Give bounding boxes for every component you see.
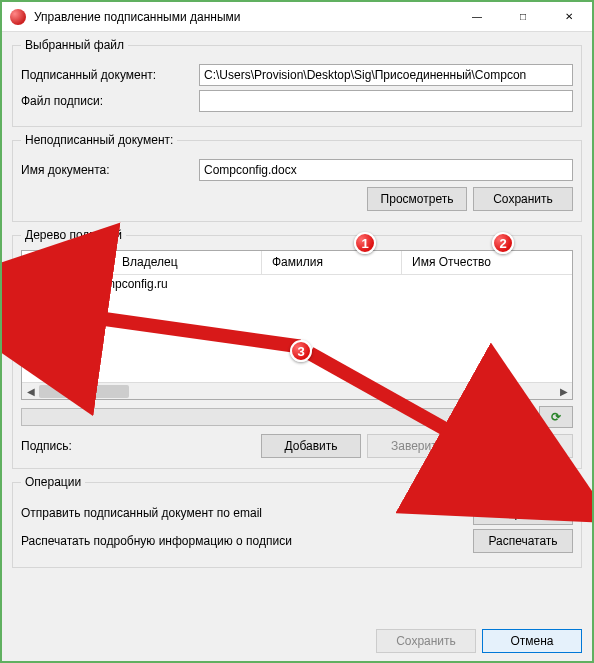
refresh-button[interactable]: ⟳ (539, 406, 573, 428)
tree-header: Статус Владелец Фамилия Имя Отчество (22, 251, 572, 275)
group-ops-legend: Операции (21, 475, 85, 489)
refresh-icon: ⟳ (551, 410, 561, 424)
window-title: Управление подписанными данными (34, 10, 454, 24)
group-tree-legend: Дерево подписей (21, 228, 126, 242)
doc-name-input[interactable] (199, 159, 573, 181)
col-status[interactable]: Статус (22, 251, 112, 274)
scroll-track[interactable] (39, 383, 555, 399)
minimize-button[interactable]: — (454, 2, 500, 32)
signed-doc-input[interactable] (199, 64, 573, 86)
dialog-footer: Сохранить Отмена (2, 621, 592, 661)
tree-row-text: mpconfig.ru (105, 277, 168, 291)
content: Выбранный файл Подписанный документ: Фай… (2, 32, 592, 621)
annotation-badge-3: 3 (290, 340, 312, 362)
app-icon (10, 9, 26, 25)
print-button[interactable]: Распечатать (473, 529, 573, 553)
footer-cancel-button[interactable]: Отмена (482, 629, 582, 653)
col-surname[interactable]: Фамилия (262, 251, 402, 274)
tree-body[interactable]: ✔ mpconfig.ru (22, 275, 572, 382)
group-unsigned-legend: Неподписанный документ: (21, 133, 177, 147)
scroll-right-icon[interactable]: ▶ (555, 386, 572, 397)
print-info-text: Распечатать подробную информацию о подпи… (21, 534, 473, 548)
view-button[interactable]: Просмотреть (367, 187, 467, 211)
group-selected-file: Выбранный файл Подписанный документ: Фай… (12, 38, 582, 127)
maximize-button[interactable]: □ (500, 2, 546, 32)
annotation-badge-2: 2 (492, 232, 514, 254)
checkmark-icon: ✔ (47, 277, 57, 291)
col-owner[interactable]: Владелец (112, 251, 262, 274)
progress-bar (21, 408, 533, 426)
group-selected-file-legend: Выбранный файл (21, 38, 128, 52)
scroll-left-icon[interactable]: ◀ (22, 386, 39, 397)
group-operations: Операции Отправить подписанный документ … (12, 475, 582, 568)
close-button[interactable]: ✕ (546, 2, 592, 32)
horizontal-scrollbar[interactable]: ◀ ▶ (22, 382, 572, 399)
col-name-patronymic[interactable]: Имя Отчество (402, 251, 572, 274)
doc-name-label: Имя документа: (21, 163, 191, 177)
save-unsigned-button[interactable]: Сохранить (473, 187, 573, 211)
tree-row[interactable]: ✔ mpconfig.ru (22, 275, 572, 293)
titlebar: Управление подписанными данными — □ ✕ (2, 2, 592, 32)
add-signature-button[interactable]: Добавить (261, 434, 361, 458)
scroll-thumb[interactable] (39, 385, 129, 398)
view-signature-button: Просмотреть (473, 434, 573, 458)
signed-doc-label: Подписанный документ: (21, 68, 191, 82)
sig-file-input[interactable] (199, 90, 573, 112)
signature-tree: Статус Владелец Фамилия Имя Отчество ✔ m… (21, 250, 573, 400)
send-button[interactable]: Отправить (473, 501, 573, 525)
footer-save-button: Сохранить (376, 629, 476, 653)
annotation-badge-1: 1 (354, 232, 376, 254)
group-unsigned-doc: Неподписанный документ: Имя документа: П… (12, 133, 582, 222)
window: Управление подписанными данными — □ ✕ Вы… (0, 0, 594, 663)
send-email-text: Отправить подписанный документ по email (21, 506, 473, 520)
tree-row-checkbox[interactable] (28, 278, 41, 291)
assure-button: Заверить (367, 434, 467, 458)
sig-file-label: Файл подписи: (21, 94, 191, 108)
signature-label: Подпись: (21, 439, 255, 453)
